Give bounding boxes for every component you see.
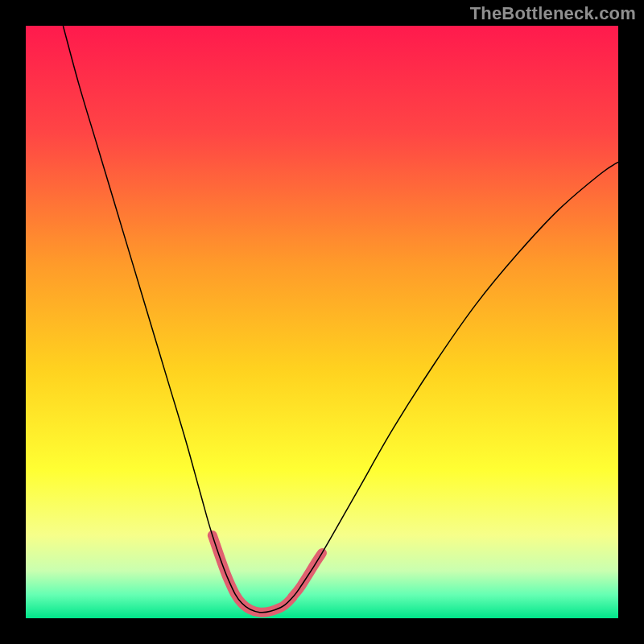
outer-frame: TheBottleneck.com [0,0,644,644]
chart-svg [26,26,618,618]
watermark-text: TheBottleneck.com [470,3,636,24]
plot-area [26,26,618,618]
plot-background [26,26,618,618]
